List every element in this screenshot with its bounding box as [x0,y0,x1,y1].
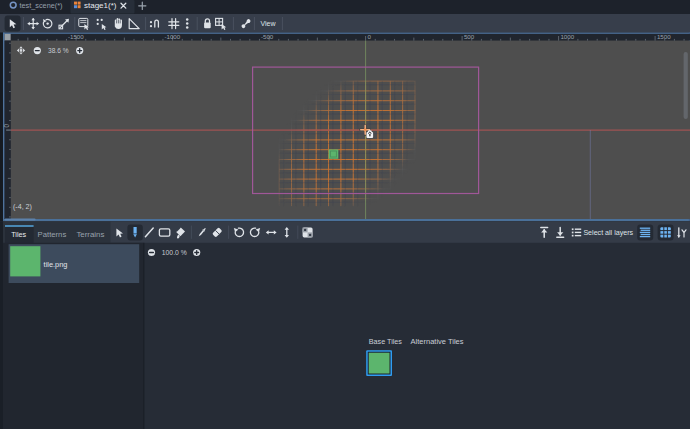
svg-text:stage1(*): stage1(*) [84,1,117,10]
svg-text:1000: 1000 [560,33,574,40]
svg-text:View: View [261,20,277,27]
svg-text:Patterns: Patterns [38,230,67,239]
svg-text:0: 0 [3,124,10,128]
svg-text:Base Tiles: Base Tiles [369,337,403,346]
svg-text:0: 0 [367,33,371,40]
svg-text:1500: 1500 [657,33,671,40]
svg-text:Tiles: Tiles [11,230,26,239]
svg-text:Select all layers: Select all layers [583,229,633,237]
svg-text:500: 500 [464,33,475,40]
svg-text:-500: -500 [261,33,274,40]
svg-text:100.0 %: 100.0 % [162,249,187,256]
svg-text:38.6 %: 38.6 % [48,47,69,54]
svg-text:-1000: -1000 [164,33,180,40]
svg-text:tile.png: tile.png [44,260,68,269]
svg-text:Alternative Tiles: Alternative Tiles [411,337,464,346]
svg-text:Terrains: Terrains [76,230,104,239]
svg-text:test_scene(*): test_scene(*) [20,1,63,10]
svg-text:(-4, 2): (-4, 2) [13,203,32,211]
svg-text:-1500: -1500 [68,33,84,40]
